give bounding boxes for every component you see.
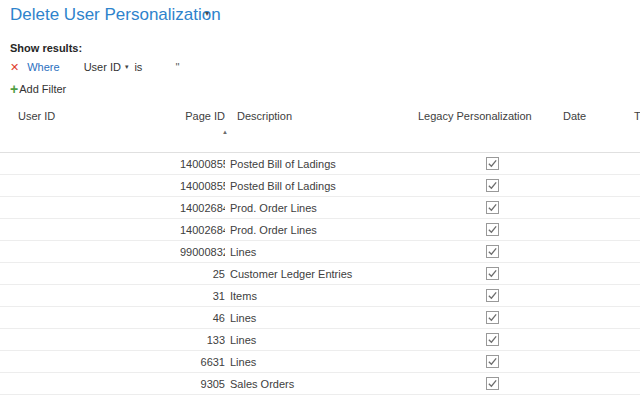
column-header-time[interactable]: Time xyxy=(625,105,640,122)
cell-page-id: 14002684 xyxy=(180,224,225,236)
delete-user-personalization-page: Delete User Personalization ▾ Show resul… xyxy=(0,0,640,400)
cell-page-id: 99000832 xyxy=(180,246,225,258)
legacy-personalization-checkbox[interactable] xyxy=(486,355,499,368)
table-row[interactable]: 133 Lines xyxy=(0,329,640,351)
checkmark-icon xyxy=(487,202,498,213)
table-row[interactable]: 14000855 Posted Bill of Ladings xyxy=(0,175,640,197)
table-row[interactable]: 99000832 Lines xyxy=(0,241,640,263)
legacy-personalization-checkbox[interactable] xyxy=(486,333,499,346)
checkmark-icon xyxy=(487,268,498,279)
checkmark-icon xyxy=(487,290,498,301)
legacy-personalization-checkbox[interactable] xyxy=(486,223,499,236)
cell-legacy-personalization xyxy=(410,311,555,325)
cell-legacy-personalization xyxy=(410,289,555,303)
legacy-personalization-checkbox[interactable] xyxy=(486,157,499,170)
plus-icon: + xyxy=(10,83,18,95)
legacy-personalization-checkbox[interactable] xyxy=(486,201,499,214)
checkmark-icon xyxy=(487,246,498,257)
cell-legacy-personalization xyxy=(410,333,555,347)
add-filter-label: Add Filter xyxy=(19,83,66,95)
legacy-personalization-checkbox[interactable] xyxy=(486,377,499,390)
filter-operator-label: is xyxy=(134,61,142,73)
where-link[interactable]: Where xyxy=(27,61,59,73)
cell-page-id: 14002684 xyxy=(180,202,225,214)
table-row[interactable]: 46 Lines xyxy=(0,307,640,329)
table-row[interactable]: 14002684 Prod. Order Lines xyxy=(0,197,640,219)
cell-legacy-personalization xyxy=(410,245,555,259)
cell-legacy-personalization xyxy=(410,179,555,193)
cell-legacy-personalization xyxy=(410,223,555,237)
filter-row: ✕ Where User ID ▾ is '' xyxy=(10,59,180,75)
cell-description: Lines xyxy=(225,246,410,258)
cell-legacy-personalization xyxy=(410,355,555,369)
cell-page-id: 14000855 xyxy=(180,180,225,192)
cell-description: Prod. Order Lines xyxy=(225,202,410,214)
filter-field-selector[interactable]: User ID xyxy=(84,61,121,73)
legacy-personalization-checkbox[interactable] xyxy=(486,311,499,324)
column-header-user-id[interactable]: User ID xyxy=(0,105,180,122)
checkmark-icon xyxy=(487,378,498,389)
cell-page-id: 6631 xyxy=(180,356,225,368)
legacy-personalization-checkbox[interactable] xyxy=(486,267,499,280)
table-row[interactable]: 9305 Sales Orders xyxy=(0,373,640,395)
cell-description: Lines xyxy=(225,356,410,368)
checkmark-icon xyxy=(487,158,498,169)
cell-page-id: 133 xyxy=(180,334,225,346)
checkmark-icon xyxy=(487,312,498,323)
legacy-personalization-checkbox[interactable] xyxy=(486,245,499,258)
cell-legacy-personalization xyxy=(410,267,555,281)
cell-page-id: 31 xyxy=(180,290,225,302)
page-title: Delete User Personalization xyxy=(10,5,221,25)
table-row[interactable]: 31 Items xyxy=(0,285,640,307)
table-row[interactable]: 6631 Lines xyxy=(0,351,640,373)
cell-description: Lines xyxy=(225,312,410,324)
table-row[interactable]: 14002684 Prod. Order Lines xyxy=(0,219,640,241)
show-results-label: Show results: xyxy=(10,42,82,54)
column-header-page-id[interactable]: Page ID xyxy=(180,105,225,122)
column-header-legacy-personalization[interactable]: Legacy Personalization xyxy=(410,105,555,122)
column-header-date[interactable]: Date xyxy=(555,105,625,122)
legacy-personalization-checkbox[interactable] xyxy=(486,179,499,192)
checkmark-icon xyxy=(487,356,498,367)
add-filter-button[interactable]: + Add Filter xyxy=(10,81,66,97)
checkmark-icon xyxy=(487,180,498,191)
legacy-personalization-checkbox[interactable] xyxy=(486,289,499,302)
cell-description: Items xyxy=(225,290,410,302)
table-body: 14000855 Posted Bill of Ladings 14000855… xyxy=(0,153,640,395)
cell-description: Prod. Order Lines xyxy=(225,224,410,236)
cell-description: Lines xyxy=(225,334,410,346)
cell-page-id: 46 xyxy=(180,312,225,324)
cell-page-id: 25 xyxy=(180,268,225,280)
cell-description: Posted Bill of Ladings xyxy=(225,158,410,170)
checkmark-icon xyxy=(487,334,498,345)
table-row[interactable]: 14000855 Posted Bill of Ladings xyxy=(0,153,640,175)
filter-field-caret-icon[interactable]: ▾ xyxy=(125,63,129,71)
title-dropdown-caret-icon[interactable]: ▾ xyxy=(205,9,209,18)
cell-page-id: 9305 xyxy=(180,378,225,390)
cell-description: Posted Bill of Ladings xyxy=(225,180,410,192)
table-header: User ID Page ID Description Legacy Perso… xyxy=(0,105,640,153)
remove-filter-icon[interactable]: ✕ xyxy=(10,61,19,74)
cell-legacy-personalization xyxy=(410,377,555,391)
cell-legacy-personalization xyxy=(410,201,555,215)
table-row[interactable]: 25 Customer Ledger Entries xyxy=(0,263,640,285)
checkmark-icon xyxy=(487,224,498,235)
cell-description: Sales Orders xyxy=(225,378,410,390)
cell-legacy-personalization xyxy=(410,157,555,171)
cell-description: Customer Ledger Entries xyxy=(225,268,410,280)
filter-value-input[interactable]: '' xyxy=(175,61,179,73)
column-header-description[interactable]: Description xyxy=(225,105,410,122)
sort-ascending-icon[interactable]: ▲ xyxy=(222,129,228,135)
cell-page-id: 14000855 xyxy=(180,158,225,170)
personalizations-table: User ID Page ID Description Legacy Perso… xyxy=(0,105,640,395)
